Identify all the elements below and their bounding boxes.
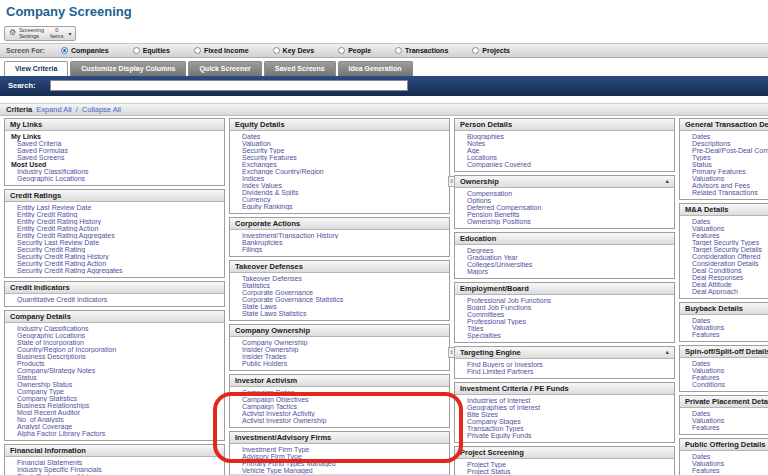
criteria-link[interactable]: Products <box>17 360 45 367</box>
criteria-link[interactable]: Professional Job Functions <box>467 297 551 304</box>
panel-header[interactable]: Public Offering Details <box>680 439 768 451</box>
criteria-link[interactable]: Company Type <box>17 388 64 395</box>
criteria-link[interactable]: Valuations <box>692 324 724 331</box>
panel-header[interactable]: Takeover Defenses <box>230 261 449 273</box>
criteria-link[interactable]: Campaign Tactics <box>242 403 297 410</box>
panel-header[interactable]: General Transaction Details <box>680 119 768 131</box>
criteria-link[interactable]: Notes <box>467 140 485 147</box>
criteria-link[interactable]: Valuations <box>692 175 724 182</box>
panel-header[interactable]: Private Placement Details <box>680 396 768 408</box>
criteria-link[interactable]: Advisors and Fees <box>692 182 750 189</box>
panel-header[interactable]: Spin-off/Split-off Details <box>680 346 768 358</box>
criteria-link[interactable]: Investment/Transaction History <box>242 232 338 239</box>
panel-header[interactable]: Company Details <box>5 311 224 323</box>
criteria-link[interactable]: Filings <box>242 246 262 253</box>
criteria-link[interactable]: Dates <box>692 410 710 417</box>
criteria-link[interactable]: Private Equity Funds <box>467 432 532 439</box>
criteria-link[interactable]: Find Buyers or Investors <box>467 361 543 368</box>
criteria-link[interactable]: Business Descriptions <box>17 353 86 360</box>
collapse-arrow-icon[interactable]: ▲ <box>665 347 670 358</box>
criteria-link[interactable]: Investment Firm Type <box>242 446 309 453</box>
criteria-link[interactable]: Professional Types <box>467 318 526 325</box>
criteria-link[interactable]: Dates <box>692 453 710 460</box>
criteria-link[interactable]: Options <box>467 197 491 204</box>
radio-equities[interactable]: Equities <box>133 47 170 54</box>
radio-projects[interactable]: Projects <box>472 47 510 54</box>
criteria-link[interactable]: Security Credit Rating History <box>17 253 109 260</box>
criteria-link[interactable]: Board Job Functions <box>467 304 531 311</box>
criteria-link[interactable]: Saved Screens <box>17 154 64 161</box>
criteria-link[interactable]: Exchange Country/Region <box>242 168 324 175</box>
criteria-link[interactable]: Industry Classifications <box>17 168 89 175</box>
panel-header[interactable]: Corporate Actions <box>230 218 449 230</box>
criteria-link[interactable]: Primary Fund Types Managed <box>242 460 336 467</box>
criteria-link[interactable]: Saved Formulas <box>17 147 68 154</box>
criteria-link[interactable]: Company Stages <box>467 418 521 425</box>
criteria-link[interactable]: Dates <box>692 317 710 324</box>
panel-header[interactable]: Investor Activism <box>230 375 449 387</box>
criteria-link[interactable]: Pre-Deal/Post-Deal Comments <box>692 147 768 154</box>
panel-header[interactable]: Person Details <box>455 119 674 131</box>
criteria-link[interactable]: Alpha Factor Library Factors <box>17 430 105 437</box>
criteria-link[interactable]: Target Security Details <box>692 246 762 253</box>
criteria-link[interactable]: Industry Classifications <box>17 325 89 332</box>
criteria-link[interactable]: Find Limited Partners <box>467 368 534 375</box>
criteria-link[interactable]: Committees <box>467 311 504 318</box>
criteria-link[interactable]: Primary Features <box>692 168 746 175</box>
criteria-link[interactable]: Transaction Types <box>467 425 524 432</box>
criteria-link[interactable]: Entity Credit Rating Action <box>17 225 98 232</box>
criteria-link[interactable]: Deal Approach <box>692 288 738 295</box>
criteria-link[interactable]: Security Credit Rating Action <box>17 260 106 267</box>
criteria-link[interactable]: Dates <box>242 133 260 140</box>
criteria-link[interactable]: Security Credit Rating Aggregates <box>17 267 122 274</box>
tab-saved-screens[interactable]: Saved Screens <box>264 61 336 76</box>
panel-header[interactable]: Financial Information <box>5 445 224 457</box>
criteria-link[interactable]: Dates <box>692 360 710 367</box>
criteria-link[interactable]: Valuations <box>692 367 724 374</box>
criteria-link[interactable]: Business Relationships <box>17 402 89 409</box>
collapse-arrow-icon[interactable]: ▲ <box>665 176 670 187</box>
criteria-link[interactable]: No. of Analysts <box>17 416 64 423</box>
criteria-link[interactable]: Dates <box>692 133 710 140</box>
criteria-link[interactable]: Compensation <box>467 190 512 197</box>
criteria-link[interactable]: Entity Credit Rating History <box>17 218 101 225</box>
criteria-link[interactable]: Security Type <box>242 147 284 154</box>
radio-transactions[interactable]: Transactions <box>395 47 448 54</box>
criteria-link[interactable]: Index Values <box>242 182 282 189</box>
criteria-link[interactable]: Valuations <box>692 225 724 232</box>
criteria-link[interactable]: Consideration Offered <box>692 253 760 260</box>
criteria-link[interactable]: Security Credit Rating <box>17 246 85 253</box>
criteria-link[interactable]: Deferred Compensation <box>467 204 541 211</box>
criteria-link[interactable]: Pension Benefits <box>467 211 520 218</box>
criteria-link[interactable]: Dividends & Splits <box>242 189 298 196</box>
panel-header[interactable]: Project Screening <box>455 447 674 459</box>
criteria-link[interactable]: Company Statistics <box>17 395 77 402</box>
criteria-link[interactable]: Equity Rankings <box>242 203 293 210</box>
panel-header[interactable]: Targeting Engine▲ <box>455 347 674 359</box>
criteria-link[interactable]: Corporate Governance Statistics <box>242 296 343 303</box>
criteria-link[interactable]: Company/Strategy Notes <box>17 367 95 374</box>
criteria-link[interactable]: Related Transactions <box>692 189 758 196</box>
criteria-link[interactable]: Quantitative Credit Indicators <box>17 296 107 303</box>
criteria-link[interactable]: Industries of Interest <box>467 397 530 404</box>
collapse-all-link[interactable]: Collapse All <box>82 105 121 114</box>
criteria-link[interactable]: Project Status <box>467 468 511 475</box>
screening-settings-button[interactable]: ⚙ Screening Settings 0 Items ▾ <box>4 26 76 41</box>
panel-header[interactable]: Equity Details <box>230 119 449 131</box>
search-input[interactable] <box>50 80 408 91</box>
panel-header[interactable]: Ownership▲ <box>455 176 674 188</box>
criteria-link[interactable]: Exchanges <box>242 161 277 168</box>
criteria-link[interactable]: Specialties <box>467 332 501 339</box>
criteria-link[interactable]: Conditions <box>692 381 725 388</box>
drag-handle-icon[interactable]: ⇕ <box>448 347 455 358</box>
panel-header[interactable]: Employment/Board <box>455 283 674 295</box>
criteria-link[interactable]: Corporate Governance <box>242 289 313 296</box>
criteria-link[interactable]: Valuations <box>692 460 724 467</box>
criteria-link[interactable]: Activist Investor Activity <box>242 410 315 417</box>
criteria-link[interactable]: Consideration Details <box>692 260 759 267</box>
criteria-link[interactable]: Locations <box>467 154 497 161</box>
criteria-link[interactable]: Colleges/Universities <box>467 261 532 268</box>
criteria-link[interactable]: Status <box>17 374 37 381</box>
criteria-link[interactable]: Deal Responses <box>692 274 743 281</box>
criteria-link[interactable]: Campaign Dates <box>242 389 294 396</box>
